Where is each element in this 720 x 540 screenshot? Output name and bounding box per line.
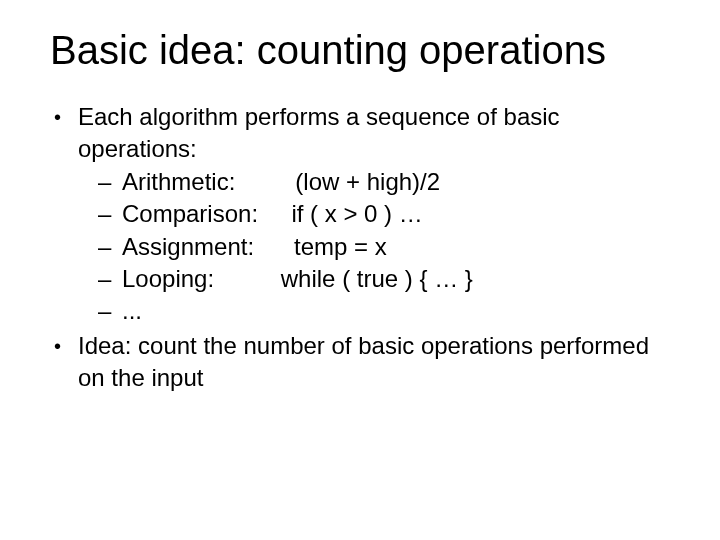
sub-bullet-comparison: Comparison: if ( x > 0 ) … [98,198,670,230]
sub-bullet-assignment: Assignment: temp = x [98,231,670,263]
bullet-text: Each algorithm performs a sequence of ba… [78,103,560,162]
bullet-item: Idea: count the number of basic operatio… [50,330,670,395]
sub-bullet-arithmetic: Arithmetic: (low + high)/2 [98,166,670,198]
slide: Basic idea: counting operations Each alg… [0,0,720,540]
sub-bullet-list: Arithmetic: (low + high)/2 Comparison: i… [78,166,670,328]
sub-bullet-looping: Looping: while ( true ) { … } [98,263,670,295]
bullet-text: Idea: count the number of basic operatio… [78,332,649,391]
bullet-list: Each algorithm performs a sequence of ba… [50,101,670,395]
bullet-item: Each algorithm performs a sequence of ba… [50,101,670,328]
sub-bullet-more: ... [98,295,670,327]
slide-title: Basic idea: counting operations [0,0,720,73]
slide-body: Each algorithm performs a sequence of ba… [0,73,720,395]
